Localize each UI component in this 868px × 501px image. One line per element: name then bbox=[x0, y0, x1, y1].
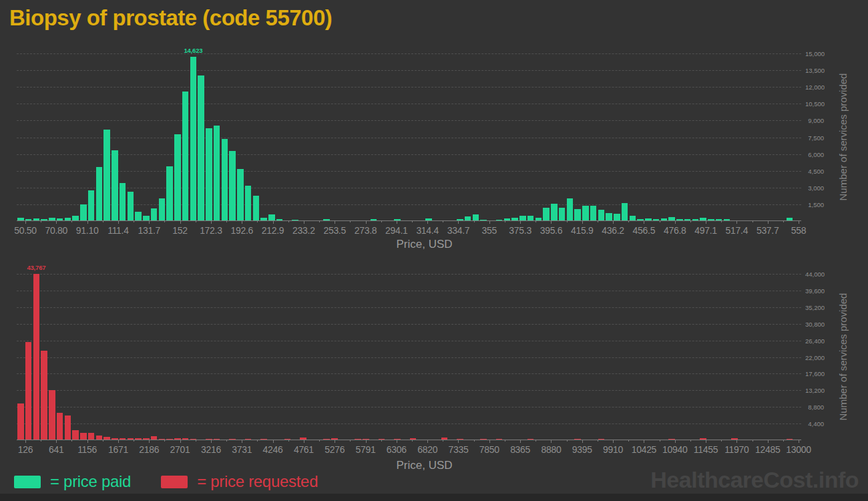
y-tick-label: 26,400 bbox=[805, 337, 824, 345]
histogram-bar[interactable] bbox=[88, 433, 94, 440]
x-axis-minor-tick bbox=[690, 440, 691, 442]
legend-label-requested: = price requested bbox=[197, 472, 318, 491]
x-tick-label: 6820 bbox=[417, 444, 437, 455]
x-axis-tick bbox=[149, 440, 150, 443]
histogram-bar[interactable] bbox=[323, 439, 329, 440]
x-axis-minor-tick bbox=[164, 440, 165, 442]
y-tick-label: 44,000 bbox=[805, 271, 824, 278]
histogram-bar[interactable] bbox=[128, 438, 134, 440]
x-tick-label: 1156 bbox=[77, 444, 97, 455]
histogram-bar[interactable] bbox=[668, 439, 674, 440]
y-tick-label: 8,800 bbox=[805, 403, 824, 411]
x-axis-tick bbox=[644, 440, 644, 443]
histogram-bar[interactable] bbox=[598, 439, 604, 440]
x-axis-tick bbox=[675, 440, 676, 443]
x-tick-label: 11455 bbox=[694, 444, 718, 455]
x-axis-minor-tick bbox=[319, 440, 320, 442]
legend-item-paid: = price paid bbox=[14, 472, 131, 491]
x-axis-tick bbox=[180, 440, 181, 443]
x-tick-label: 3731 bbox=[232, 444, 252, 455]
x-axis-tick bbox=[520, 440, 521, 443]
histogram-bar[interactable] bbox=[120, 438, 126, 440]
x-axis-minor-tick bbox=[196, 440, 196, 442]
y-tick-label: 22,000 bbox=[805, 354, 824, 361]
x-axis-minor-tick bbox=[381, 440, 382, 442]
x-axis-tick bbox=[56, 440, 57, 443]
x-axis-minor-tick bbox=[628, 440, 629, 442]
histogram-bar[interactable] bbox=[182, 438, 188, 440]
histogram-bar[interactable] bbox=[57, 413, 63, 440]
histogram-bar[interactable] bbox=[480, 439, 486, 440]
histogram-bar[interactable] bbox=[787, 439, 793, 440]
peak-value-label: 43,767 bbox=[27, 264, 45, 271]
x-axis-tick bbox=[768, 440, 769, 443]
histogram-bar[interactable] bbox=[25, 342, 31, 440]
x-tick-label: 12485 bbox=[755, 444, 780, 455]
x-tick-label: 126 bbox=[18, 444, 33, 455]
x-axis-minor-tick bbox=[660, 440, 660, 442]
y-tick-label: 17,600 bbox=[805, 370, 824, 377]
histogram-bar[interactable] bbox=[245, 439, 251, 440]
x-tick-label: 9910 bbox=[603, 444, 623, 455]
x-axis-minor-tick bbox=[598, 440, 598, 442]
x-axis-minor-tick bbox=[350, 440, 351, 442]
x-tick-label: 2701 bbox=[170, 444, 190, 455]
x-axis-tick bbox=[304, 440, 304, 443]
x-tick-label: 11970 bbox=[724, 444, 748, 455]
x-axis-tick bbox=[211, 440, 212, 443]
requested-plot-area: 4,4008,80013,20017,60022,00026,40030,800… bbox=[17, 274, 801, 440]
x-axis-minor-tick bbox=[257, 440, 258, 442]
x-axis-minor-tick bbox=[752, 440, 753, 442]
x-axis-tick bbox=[397, 440, 397, 443]
histogram-bar[interactable] bbox=[496, 439, 502, 440]
x-tick-label: 8880 bbox=[541, 444, 561, 455]
histogram-bar[interactable] bbox=[135, 438, 141, 440]
x-axis-tick bbox=[242, 440, 242, 443]
requested-histogram: 4,4008,80013,20017,60022,00026,40030,800… bbox=[0, 0, 868, 501]
histogram-bar[interactable] bbox=[17, 403, 23, 440]
histogram-bar[interactable] bbox=[112, 438, 118, 440]
x-axis-tick bbox=[87, 440, 88, 443]
histogram-bar[interactable] bbox=[410, 438, 416, 440]
histogram-bar[interactable] bbox=[441, 438, 447, 440]
histogram-bar[interactable] bbox=[394, 439, 400, 440]
x-tick-label: 10425 bbox=[632, 444, 656, 455]
histogram-bar[interactable] bbox=[260, 439, 266, 440]
x-tick-label: 13000 bbox=[786, 444, 811, 455]
histogram-bar[interactable] bbox=[214, 439, 220, 440]
y-tick-label: 13,200 bbox=[805, 387, 824, 394]
y-tick-label: 30,800 bbox=[805, 321, 824, 328]
x-axis-tick bbox=[613, 440, 614, 443]
histogram-bar[interactable] bbox=[143, 438, 149, 440]
histogram-bar[interactable] bbox=[103, 437, 110, 440]
x-axis-tick bbox=[582, 440, 583, 443]
histogram-bar[interactable] bbox=[166, 439, 172, 440]
x-tick-label: 4246 bbox=[263, 444, 283, 455]
histogram-bar[interactable] bbox=[80, 433, 86, 440]
x-axis-minor-tick bbox=[226, 440, 227, 442]
x-axis-tick bbox=[736, 440, 737, 443]
histogram-bar[interactable] bbox=[284, 439, 290, 440]
histogram-bar[interactable] bbox=[41, 351, 47, 440]
histogram-bar[interactable] bbox=[527, 439, 533, 440]
histogram-bar[interactable] bbox=[33, 274, 39, 440]
legend-label-paid: = price paid bbox=[50, 472, 131, 491]
x-tick-label: 7850 bbox=[479, 444, 499, 455]
histogram-bar[interactable] bbox=[151, 436, 157, 440]
histogram-bar[interactable] bbox=[65, 415, 71, 440]
x-tick-label: 9395 bbox=[572, 444, 592, 455]
watermark: HealthcareCost.info bbox=[650, 467, 859, 493]
histogram-bar[interactable] bbox=[355, 439, 361, 440]
histogram-bar[interactable] bbox=[96, 436, 102, 440]
y-tick-label: 4,400 bbox=[805, 420, 824, 428]
x-axis-minor-tick bbox=[134, 440, 134, 442]
x-axis-minor-tick bbox=[71, 440, 72, 442]
histogram-bar[interactable] bbox=[229, 439, 235, 440]
x-tick-label: 2186 bbox=[139, 444, 159, 455]
x-axis-tick bbox=[366, 440, 367, 443]
histogram-bar[interactable] bbox=[574, 439, 580, 440]
histogram-bar[interactable] bbox=[49, 390, 55, 440]
histogram-bar[interactable] bbox=[300, 438, 306, 440]
histogram-bar[interactable] bbox=[72, 430, 78, 440]
x-axis-minor-tick bbox=[103, 440, 103, 442]
